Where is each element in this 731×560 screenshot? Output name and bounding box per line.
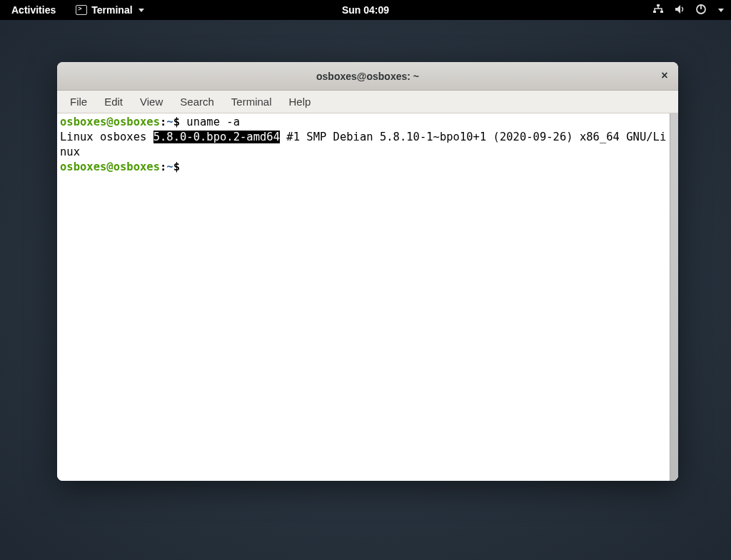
chevron-down-icon (138, 9, 144, 12)
app-menu-label: Terminal (91, 4, 132, 16)
app-menu-button[interactable]: Terminal (71, 1, 148, 19)
clock[interactable]: Sun 04:09 (342, 4, 389, 16)
power-icon (695, 4, 707, 17)
prompt-user: osboxes@osboxes (60, 161, 160, 173)
command-text: uname -a (180, 116, 240, 128)
menu-edit[interactable]: Edit (97, 93, 130, 111)
gnome-topbar: Activities Terminal Sun 04:09 (0, 0, 731, 20)
svg-rect-2 (660, 11, 663, 13)
terminal-output[interactable]: osboxes@osboxes:~$ uname -a Linux osboxe… (57, 113, 670, 481)
output-text: Linux osboxes (60, 131, 153, 143)
menu-terminal[interactable]: Terminal (224, 93, 279, 111)
terminal-icon (76, 5, 87, 15)
volume-icon (674, 4, 685, 17)
prompt-user: osboxes@osboxes (60, 116, 160, 128)
system-status-area[interactable] (652, 4, 724, 17)
prompt-path: ~ (166, 116, 173, 128)
svg-rect-1 (653, 11, 656, 13)
chevron-down-icon (718, 9, 724, 12)
prompt-dollar: $ (173, 116, 180, 128)
terminal-window: osboxes@osboxes: ~ × File Edit View Sear… (57, 62, 678, 481)
menu-help[interactable]: Help (282, 93, 318, 111)
network-icon (652, 4, 664, 17)
prompt-path: ~ (166, 161, 173, 173)
menubar: File Edit View Search Terminal Help (57, 91, 678, 113)
svg-rect-0 (657, 4, 660, 6)
scrollbar[interactable] (670, 113, 678, 481)
prompt-colon: : (160, 161, 166, 173)
menu-search[interactable]: Search (173, 93, 221, 111)
prompt-dollar: $ (173, 161, 180, 173)
window-titlebar[interactable]: osboxes@osboxes: ~ × (57, 62, 678, 91)
window-title: osboxes@osboxes: ~ (316, 71, 419, 82)
highlighted-kernel: 5.8.0-0.bpo.2-amd64 (153, 131, 280, 143)
activities-button[interactable]: Activities (7, 1, 60, 19)
menu-view[interactable]: View (133, 93, 170, 111)
menu-file[interactable]: File (63, 93, 94, 111)
terminal-body: osboxes@osboxes:~$ uname -a Linux osboxe… (57, 113, 678, 481)
close-button[interactable]: × (658, 70, 671, 83)
topbar-left: Activities Terminal (7, 1, 148, 19)
command-text (180, 161, 186, 173)
prompt-colon: : (160, 116, 166, 128)
